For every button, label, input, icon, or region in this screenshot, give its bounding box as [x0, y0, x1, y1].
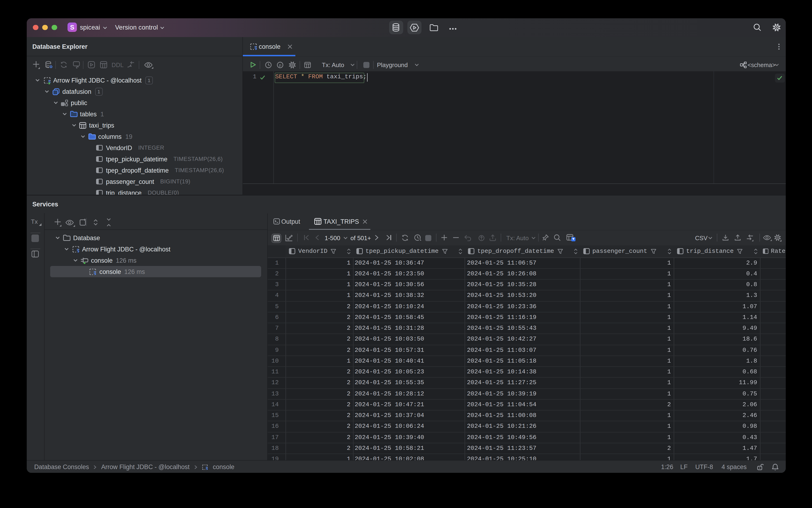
- svg-text:p: p: [279, 63, 281, 67]
